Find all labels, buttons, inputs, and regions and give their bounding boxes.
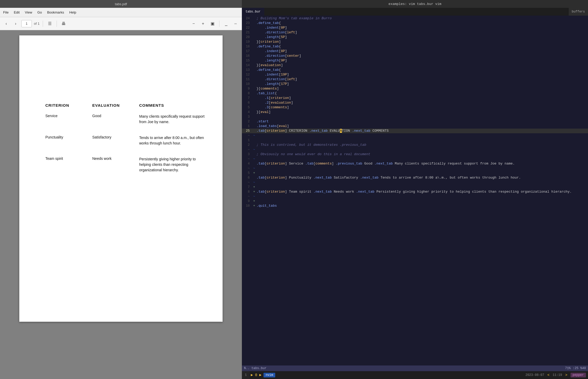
vim-buffers-button[interactable]: buffers — [569, 8, 588, 16]
line-number: 3 — [242, 115, 252, 119]
menu-go[interactable]: Go — [37, 10, 42, 14]
line-number: 10 — [242, 204, 252, 208]
bottom-time: 11:19 — [553, 373, 562, 377]
line-number: 2 — [242, 119, 252, 124]
vim-line: 12 .indent[19P] — [242, 72, 588, 77]
vim-line: 8.tab_list{ — [242, 91, 588, 96]
vim-line: ~~ — [242, 180, 588, 185]
line-number: ~ — [242, 166, 252, 171]
menu-edit[interactable]: Edit — [14, 10, 20, 14]
vim-line: 24; Building Mom's tab example in Burro — [242, 16, 588, 21]
code-text: .define_tab{ — [256, 21, 588, 26]
vim-line: 11 .direction[left] — [242, 77, 588, 82]
header-evaluation: EVALUATION — [92, 103, 139, 108]
vim-line: ~~ — [242, 147, 588, 152]
code-text: .indent[19P] — [256, 72, 588, 77]
vim-tab-active[interactable]: tabs.bur — [242, 8, 264, 16]
cell-criterion-2: Team spirit — [45, 156, 92, 161]
code-text: }[eval] — [256, 110, 588, 115]
vim-panel[interactable]: examples: vim tabs.bur vim tabs.bur buff… — [242, 0, 588, 379]
code-text: .tab[criterion] Team spirit .next_tab Ne… — [256, 190, 588, 194]
gutter-icon: + — [252, 171, 256, 175]
menu-view[interactable]: View — [25, 10, 32, 14]
menu-file[interactable]: File — [3, 10, 9, 14]
vim-line: 6.tab[criterion] Punctuality .next_tab S… — [242, 175, 588, 180]
code-text: .1[criterion] — [256, 96, 588, 100]
line-number: 9 — [242, 86, 252, 91]
code-text: .indent[0P] — [256, 26, 588, 30]
line-number: 6 — [242, 175, 252, 180]
rotate-button[interactable]: ⎯ — [223, 20, 230, 27]
bottom-right: 2023-08-07 < 11:19 > pepper — [525, 373, 588, 377]
next-page-button[interactable]: › — [12, 20, 19, 27]
table-row: Team spirit Needs work Persistently givi… — [45, 156, 207, 173]
code-text: ; Obviously no one would ever do this in… — [256, 152, 588, 157]
pdf-panel: tabs.pdf File Edit View Go Bookmarks Hel… — [0, 0, 242, 379]
code-text: .start — [256, 119, 588, 124]
cell-evaluation-2: Needs work — [92, 156, 139, 161]
cell-evaluation-0: Good — [92, 114, 139, 118]
toolbar-separator-1 — [43, 21, 43, 27]
code-text: .tab[criterion] Punctuality .next_tab Sa… — [256, 175, 588, 180]
line-number: 12 — [242, 72, 252, 77]
vim-line: 3; Obviously no one would ever do this i… — [242, 152, 588, 157]
bottom-gt: > — [564, 373, 568, 377]
vim-line: ~~ — [242, 157, 588, 161]
line-number: 16 — [242, 54, 252, 58]
pdf-title: tabs.pdf — [115, 2, 127, 6]
bottom-zero: 0 — [254, 373, 258, 377]
menu-bookmarks[interactable]: Bookmarks — [47, 10, 64, 14]
code-text: .direction[left] — [256, 30, 588, 35]
cell-comments-0: Many clients specifically request suppor… — [139, 114, 207, 125]
prev-page-button[interactable]: ‹ — [3, 20, 10, 27]
code-text: .length[9P] — [256, 58, 588, 63]
vim-statusline: N.. tabs.bur 71% :25 %40 — [242, 365, 588, 371]
code-text: .define_tab{ — [256, 44, 588, 49]
vim-line: 13.define_tab{ — [242, 68, 588, 72]
cell-criterion-0: Service — [45, 114, 92, 118]
vim-line: 16 .direction[center] — [242, 54, 588, 58]
line-number: 2 — [242, 143, 252, 147]
fit-page-button[interactable]: ▣ — [209, 20, 216, 27]
vim-line: 8+.tab[criterion] Team spirit .next_tab … — [242, 190, 588, 194]
cell-evaluation-1: Satisfactory — [92, 135, 139, 139]
vim-tabbar: tabs.bur buffers — [242, 8, 588, 16]
pdf-toolbar: ‹ › of 1 ☰ 🖶 − + ▣ ⎯ ⎓ — [0, 17, 242, 30]
line-number: 4 — [242, 161, 252, 166]
page-of-label: of 1 — [34, 22, 40, 26]
zoom-out-button[interactable]: − — [190, 20, 197, 27]
zoom-in-button[interactable]: + — [199, 20, 207, 27]
vim-line: 1 — [242, 138, 588, 143]
vim-line: 3 — [242, 115, 588, 119]
line-number: 21 — [242, 30, 252, 35]
vim-titlebar: examples: vim tabs.bur vim — [242, 0, 588, 8]
gutter-icon: ~ — [252, 180, 256, 185]
line-number: 7 — [242, 185, 252, 190]
vim-code-area[interactable]: 24; Building Mom's tab example in Burro2… — [242, 16, 588, 365]
pdf-page: CRITERION EVALUATION COMMENTS Service Go… — [19, 35, 223, 322]
cell-comments-2: Persistently giving higher priority to h… — [139, 156, 207, 173]
bottom-icon: nvim — [264, 373, 275, 377]
header-comments: COMMENTS — [139, 103, 207, 108]
cell-comments-1: Tends to arrive after 8:00 a.m., but oft… — [139, 135, 207, 146]
page-number-input[interactable] — [21, 20, 32, 27]
vim-line: 9+ — [242, 199, 588, 204]
code-text: .define_tab{ — [256, 68, 588, 72]
vim-line: 10+.quit_tabs — [242, 204, 588, 208]
tools-button[interactable]: ⎓ — [232, 20, 239, 27]
vim-line: 22 .indent[0P] — [242, 26, 588, 30]
code-text: .2[evaluation] — [256, 100, 588, 105]
vim-main[interactable]: 24; Building Mom's tab example in Burro2… — [242, 16, 588, 365]
print-button[interactable]: 🖶 — [60, 20, 67, 27]
menu-help[interactable]: Help — [69, 10, 76, 14]
line-number: 22 — [242, 26, 252, 30]
sidebar-toggle-button[interactable]: ☰ — [46, 20, 53, 27]
line-number: 3 — [242, 152, 252, 157]
vim-title: examples: vim tabs.bur vim — [389, 2, 442, 6]
table-row: Service Good Many clients specifically r… — [45, 114, 207, 125]
table-row: Punctuality Satisfactory Tends to arrive… — [45, 135, 207, 146]
gutter-icon: + — [252, 204, 256, 208]
code-text: .tab_list{ — [256, 91, 588, 96]
vim-bottombar: 1 ► 0 ► nvim 2023-08-07 < 11:19 > pepper — [242, 371, 588, 379]
code-text: }[evaluation] — [256, 63, 588, 68]
